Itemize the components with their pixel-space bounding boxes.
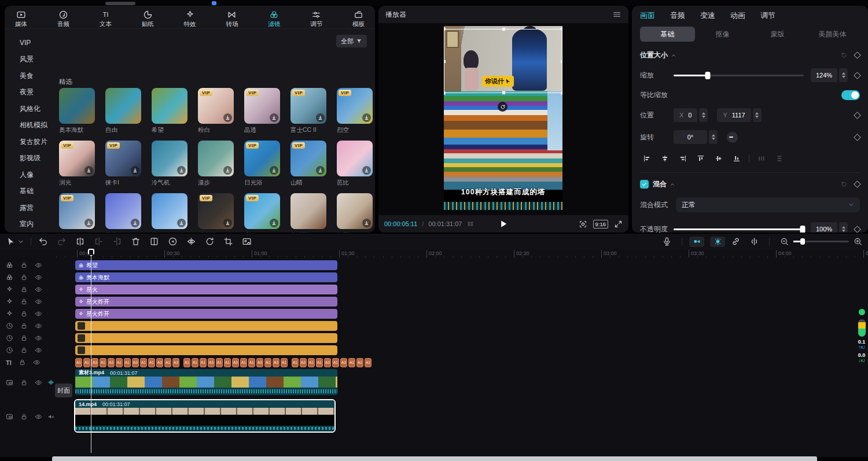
sidebar-item-人像[interactable]: 人像 — [20, 167, 54, 183]
sidebar-item-夜景[interactable]: 夜景 — [20, 84, 54, 101]
blend-checkbox[interactable] — [640, 180, 649, 189]
sidebar-item-风景[interactable]: 风景 — [20, 51, 54, 68]
filter-card-晶透[interactable]: VIP晶透 — [244, 88, 280, 134]
video-clip-素材3.mp4[interactable]: 素材3.mp400:01:31:07 — [75, 369, 337, 395]
text-clip[interactable]: A1 — [148, 358, 155, 367]
taskbar-strip[interactable] — [52, 456, 817, 461]
download-button[interactable] — [362, 166, 371, 175]
filter-card-冷气机[interactable]: 冷气机 — [152, 141, 187, 187]
blend-section-header[interactable]: 混合 — [640, 179, 860, 189]
filter-card-柠檬海[interactable]: 柠檬海 — [105, 193, 141, 233]
preview-axis-toggle[interactable] — [749, 237, 759, 246]
sidebar-item-复古胶片[interactable]: 复古胶片 — [20, 134, 54, 150]
text-clip[interactable]: A3 — [324, 358, 331, 367]
download-button[interactable] — [84, 166, 93, 175]
rotate-handle[interactable] — [498, 102, 507, 112]
player-menu-icon[interactable] — [612, 10, 621, 19]
text-clip[interactable]: A3 — [256, 358, 263, 367]
filter-card-希望[interactable]: 希望 — [152, 88, 187, 134]
text-clip[interactable]: A1 — [200, 358, 207, 367]
clip-奥本海默[interactable]: 奥本海默 — [75, 272, 337, 282]
position-y-stepper[interactable] — [753, 108, 762, 122]
download-button[interactable] — [223, 166, 232, 175]
filter-card-日光浴[interactable]: VIP日光浴 — [244, 141, 280, 187]
eye-icon[interactable] — [35, 413, 42, 421]
select-tool-dropdown-icon[interactable] — [18, 239, 24, 245]
toolbar-item-文本[interactable]: TI文本 — [100, 10, 112, 27]
delete-button[interactable] — [131, 237, 141, 246]
text-clip[interactable]: A1 — [224, 358, 231, 367]
tab-画面[interactable]: 画面 — [640, 10, 655, 21]
selection-handle[interactable] — [444, 27, 446, 31]
preview-quality-icon[interactable] — [579, 220, 587, 228]
filter-card-徕卡I[interactable]: VIP徕卡I — [105, 141, 141, 187]
sidebar-item-影视级[interactable]: 影视级 — [20, 150, 54, 167]
crop-button[interactable] — [223, 237, 233, 246]
selection-handle[interactable] — [502, 28, 505, 31]
eye-icon[interactable] — [35, 286, 42, 293]
eye-icon[interactable] — [35, 322, 42, 330]
filter-card-龙舌兰[interactable]: 龙舌兰 — [290, 193, 326, 233]
filter-card-芭比[interactable]: 芭比 — [337, 141, 373, 187]
download-button[interactable] — [177, 219, 186, 227]
toolbar-item-贴纸[interactable]: 贴纸 — [142, 10, 154, 27]
tab-变速[interactable]: 变速 — [700, 10, 715, 21]
filter-card-去灰II[interactable]: VIP去灰II — [244, 193, 280, 233]
sidebar-item-风格化[interactable]: 风格化 — [20, 101, 54, 117]
eye-icon[interactable] — [35, 334, 42, 342]
text-clip[interactable]: A1 — [316, 358, 323, 367]
freeze-frame-button[interactable] — [149, 237, 159, 246]
download-button[interactable] — [362, 219, 371, 227]
clip-sticker[interactable] — [75, 333, 337, 343]
filter-card-粉白[interactable]: VIP粉白 — [198, 88, 234, 134]
text-clip[interactable]: A3 — [300, 358, 307, 367]
aspect-ratio-button[interactable]: 9:16 — [593, 220, 609, 228]
toolbar-item-特效[interactable]: 特效 — [184, 10, 196, 27]
mirror-button[interactable] — [186, 237, 196, 246]
filter-card-爱之城[interactable]: VIP爱之城 — [198, 193, 234, 233]
text-clip[interactable]: A3 — [340, 358, 347, 367]
text-clip[interactable]: A1 — [264, 358, 271, 367]
text-clip[interactable]: A1 — [116, 358, 123, 367]
text-clip[interactable]: A3 — [108, 358, 115, 367]
lock-icon[interactable] — [20, 310, 28, 318]
download-button[interactable] — [316, 113, 325, 122]
rotation-dial[interactable] — [727, 132, 738, 143]
selection-handle[interactable] — [561, 91, 562, 95]
scale-slider[interactable] — [674, 75, 804, 76]
filter-card-椰林[interactable]: 椰林 — [337, 193, 373, 233]
zoom-in-icon[interactable] — [854, 237, 862, 246]
text-clip[interactable]: A1 — [332, 358, 339, 367]
selection-box[interactable] — [444, 29, 562, 93]
filter-all-button[interactable]: 全部 — [336, 35, 367, 47]
download-button[interactable] — [270, 113, 278, 122]
scale-value[interactable]: 124% — [811, 68, 837, 82]
text-clip[interactable]: A1 — [356, 358, 363, 367]
sidebar-item-相机模拟[interactable]: 相机模拟 — [20, 117, 54, 134]
download-button[interactable] — [362, 113, 371, 122]
cover-button[interactable]: 封面 — [55, 383, 72, 397]
eye-icon[interactable] — [35, 346, 42, 354]
toolbar-item-滤镜[interactable]: 滤镜 — [268, 10, 280, 27]
eye-icon[interactable] — [33, 359, 41, 366]
clip-星火[interactable]: 星火 — [75, 285, 337, 294]
filter-card-山晴[interactable]: VIP山晴 — [290, 141, 326, 187]
text-clip[interactable]: A1 — [365, 358, 372, 367]
toolbar-item-转场[interactable]: 转场 — [226, 10, 238, 27]
timeline-zoom-slider[interactable] — [793, 241, 849, 242]
clip-星火炸开[interactable]: 星火炸开 — [75, 309, 337, 319]
fullscreen-icon[interactable] — [614, 220, 623, 228]
rotation-value[interactable]: 0° — [674, 130, 707, 144]
keyframe-icon[interactable] — [854, 112, 861, 119]
keyframe-icon[interactable] — [854, 72, 861, 79]
download-button[interactable] — [84, 219, 93, 227]
video-frame[interactable]: 你说什 100种方块搭建而成的塔 — [444, 26, 562, 210]
smart-matting-button[interactable] — [242, 237, 252, 246]
download-button[interactable] — [131, 166, 139, 175]
filter-card-冰夏[interactable]: 冰夏 — [152, 193, 187, 233]
zoom-out-icon[interactable] — [780, 237, 789, 246]
lock-icon[interactable] — [20, 413, 28, 421]
text-clip[interactable]: A1 — [75, 358, 82, 367]
rotate-clip-button[interactable] — [205, 237, 215, 246]
position-x-field[interactable]: X 0 — [674, 108, 697, 122]
